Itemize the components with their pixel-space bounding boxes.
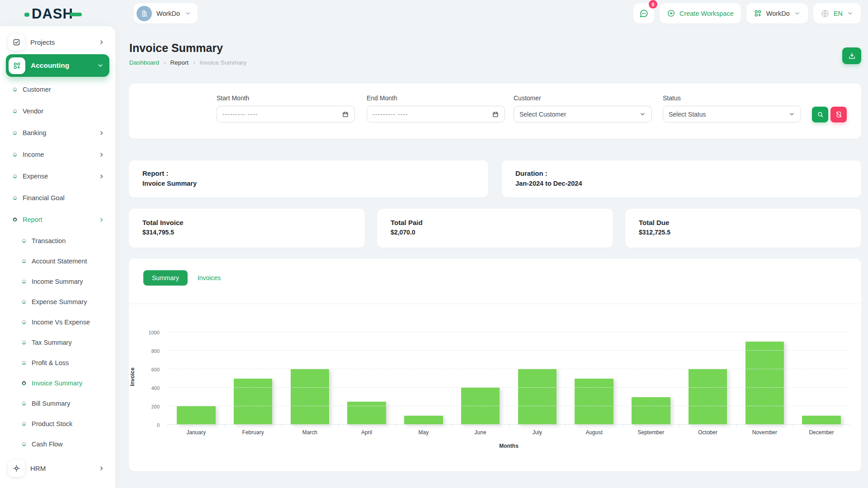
sidebar-item-income-summary[interactable]: Income Summary [6,271,109,291]
clear-filter-icon [835,111,843,118]
y-axis-tick-labels: 02004006008001000 [129,332,164,425]
sidebar-item-banking[interactable]: Banking [6,122,109,144]
sidebar-item-hrm[interactable]: HRM [6,458,109,479]
bar-slot [225,332,282,425]
y-tick-label: 200 [151,404,160,409]
apply-filter-button[interactable] [812,107,828,122]
bar-april[interactable] [347,402,386,425]
sidebar-item-cash-flow[interactable]: Cash Flow [6,434,109,454]
bullet-icon [13,217,17,222]
bar-slot [793,332,850,425]
bar-march[interactable] [291,369,330,425]
bar-slot [168,332,225,425]
sidebar-item-account-statement[interactable]: Account Statement [6,251,109,271]
chevron-down-icon [788,111,795,117]
duration-card-title: Duration : [515,169,861,177]
chevron-right-icon [98,39,105,46]
bullet-icon [13,131,17,135]
breadcrumb: Dashboard › Report › Invoice Summary [129,59,247,66]
gridline [168,332,850,332]
totals-row: Total Invoice $314,795.5 Total Paid $2,0… [129,209,861,248]
x-axis-tick [736,425,737,427]
tab-invoices[interactable]: Invoices [198,274,221,282]
breadcrumb-report[interactable]: Report [170,59,189,66]
breadcrumb-dashboard[interactable]: Dashboard [129,59,159,66]
page-title: Invoice Summary [129,42,223,55]
sidebar-item-transaction[interactable]: Transaction [6,230,109,251]
x-axis-tick [395,425,396,427]
bar-slot [338,332,395,425]
end-month-input[interactable]: --------- ---- [367,106,505,122]
workdo-menu-button[interactable]: WorkDo [746,3,808,23]
tab-summary[interactable]: Summary [143,270,188,286]
chevron-right-icon [98,465,105,472]
start-month-field: Start Month --------- ---- [217,94,355,122]
sidebar-item-accounting[interactable]: Accounting [6,54,109,77]
sidebar-item-product-stock[interactable]: Product Stock [6,413,109,434]
sidebar-item-income-vs-expense[interactable]: Income Vs Expense [6,312,109,332]
sidebar-item-report[interactable]: Report [6,209,109,230]
x-axis-tick [679,425,680,427]
main-content: Invoice Summary Dashboard › Report › Inv… [129,26,861,488]
sidebar-item-expense[interactable]: Expense [6,165,109,187]
topbar-actions: 0 Create Workspace WorkDo EN [633,3,861,23]
sidebar-item-financial-goal[interactable]: Financial Goal [6,187,109,209]
x-tick-label: January [168,429,225,436]
calendar-icon [342,111,349,118]
logo-text: DASH [32,7,73,21]
chevron-right-icon [98,151,105,158]
bullet-icon [22,239,26,243]
breadcrumb-current: Invoice Summary [199,59,246,66]
reset-filter-button[interactable] [830,107,847,122]
status-select[interactable]: Select Status [663,106,801,122]
gridline [168,369,850,369]
y-tick-label: 400 [151,385,160,391]
sidebar-item-vendor[interactable]: Vendor [6,100,109,122]
start-month-input[interactable]: --------- ---- [217,106,355,122]
workspace-selector[interactable]: WorkDo [134,3,198,23]
bar-july[interactable] [518,369,557,425]
sidebar-item-invoice-summary[interactable]: Invoice Summary [6,373,109,393]
create-workspace-button[interactable]: Create Workspace [660,3,741,23]
bullet-icon [22,442,26,446]
chart-tabs: Summary Invoices [143,270,221,286]
status-field: Status Select Status [663,94,801,122]
create-workspace-label: Create Workspace [679,10,734,17]
sidebar-item-customer[interactable]: Customer [6,79,109,100]
x-axis-tick [225,425,225,427]
sidebar-item-income[interactable]: Income [6,144,109,165]
bullet-icon [13,152,17,157]
language-selector[interactable]: EN [813,3,861,23]
bar-february[interactable] [234,379,273,425]
sidebar-item-profit-loss[interactable]: Profit & Loss [6,352,109,373]
bar-slot [282,332,339,425]
bar-slot [736,332,793,425]
bar-december[interactable] [802,416,841,425]
download-button[interactable] [842,47,861,64]
x-tick-label: April [338,429,395,436]
y-tick-label: 0 [157,422,160,428]
bar-may[interactable] [404,416,443,425]
bar-slot [509,332,566,425]
bar-september[interactable] [632,397,670,425]
y-tick-label: 600 [151,367,160,372]
bar-november[interactable] [745,342,784,425]
chat-bubble-icon [639,9,649,19]
sidebar-item-projects[interactable]: Projects [6,32,109,52]
bullet-icon [22,320,26,324]
chevron-down-icon [794,10,801,17]
bar-august[interactable] [575,379,613,425]
bar-june[interactable] [461,388,500,425]
customer-select[interactable]: Select Customer [514,106,652,122]
bar-january[interactable] [177,406,216,425]
crosshair-icon [8,460,25,477]
bar-october[interactable] [689,369,727,425]
messages-button[interactable]: 0 [633,3,654,23]
sidebar-item-tax-summary[interactable]: Tax Summary [6,332,109,352]
duration-card-value: Jan-2024 to Dec-2024 [515,180,861,187]
messages-count-badge: 0 [649,0,657,9]
breadcrumb-separator: › [193,59,195,66]
sidebar-item-expense-summary[interactable]: Expense Summary [6,291,109,312]
sidebar-item-bill-summary[interactable]: Bill Summary [6,393,109,413]
x-axis-labels: JanuaryFebruaryMarchAprilMayJuneJulyAugu… [168,429,850,436]
